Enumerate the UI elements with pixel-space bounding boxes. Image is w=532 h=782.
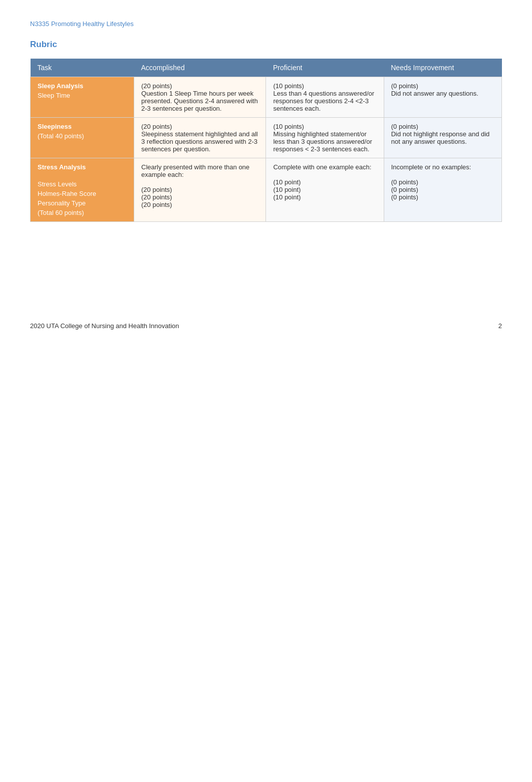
accomplished-stress: Clearly presented with more than one exa… (134, 158, 266, 222)
task-sub-label: Sleep Time (38, 92, 127, 99)
holmes-rahe-label: Holmes-Rahe Score (38, 190, 127, 197)
footer-left: 2020 UTA College of Nursing and Health I… (30, 322, 179, 330)
proficient-stress: Complete with one example each: (10 poin… (266, 158, 384, 222)
task-main-label: Sleepiness (38, 123, 72, 130)
accomplished-sleepiness: (20 points)Sleepiness statement highligh… (134, 118, 266, 158)
needs-sleepiness: (0 points)Did not highlight response and… (384, 118, 501, 158)
task-sub-label: (Total 40 points) (38, 132, 127, 140)
proficient-sleepiness: (10 points)Missing highlighted statement… (266, 118, 384, 158)
task-main-label: Sleep Analysis (38, 82, 83, 90)
accomplished-sleep: (20 points)Question 1 Sleep Time hours p… (134, 77, 266, 118)
table-row: Sleep Analysis Sleep Time (20 points)Que… (31, 77, 502, 118)
task-sleepiness: Sleepiness (Total 40 points) (31, 118, 134, 158)
total-points-label: (Total 60 points) (38, 209, 127, 216)
personality-type-label: Personality Type (38, 199, 127, 207)
page-footer: 2020 UTA College of Nursing and Health I… (30, 322, 502, 330)
rubric-table: Task Accomplished Proficient Needs Impro… (30, 59, 502, 222)
proficient-sleep: (10 points)Less than 4 questions answere… (266, 77, 384, 118)
col-proficient: Proficient (266, 59, 384, 77)
table-row: Stress Analysis Stress Levels Holmes-Rah… (31, 158, 502, 222)
task-stress: Stress Analysis Stress Levels Holmes-Rah… (31, 158, 134, 222)
task-sleep: Sleep Analysis Sleep Time (31, 77, 134, 118)
stress-levels-label: Stress Levels (38, 180, 127, 188)
col-task: Task (31, 59, 134, 77)
col-accomplished: Accomplished (134, 59, 266, 77)
task-main-label: Stress Analysis (38, 163, 86, 171)
needs-sleep: (0 points)Did not answer any questions. (384, 77, 501, 118)
col-needs-improvement: Needs Improvement (384, 59, 501, 77)
course-link[interactable]: N3335 Promoting Healthy Lifestyles (30, 20, 502, 28)
table-row: Sleepiness (Total 40 points) (20 points)… (31, 118, 502, 158)
needs-stress: Incomplete or no examples: (0 points) (0… (384, 158, 501, 222)
rubric-title: Rubric (30, 40, 502, 50)
footer-right: 2 (498, 322, 502, 330)
